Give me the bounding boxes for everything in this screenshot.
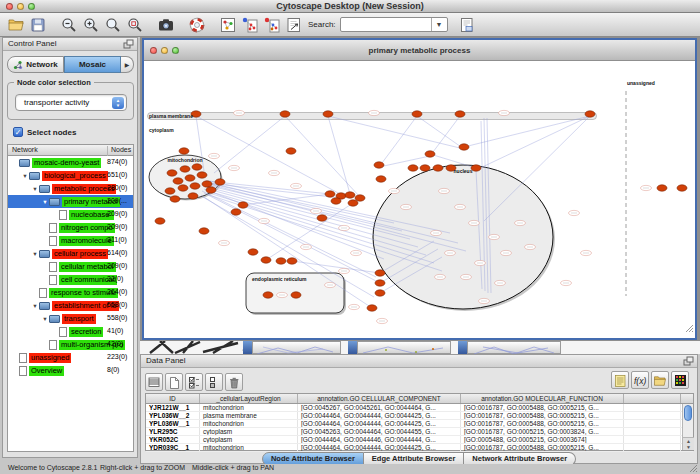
network-node[interactable] (657, 185, 667, 191)
network-node[interactable] (459, 144, 469, 150)
delete-attribute-icon[interactable] (225, 373, 243, 391)
disclosure-arrow-icon[interactable]: ▼ (41, 316, 49, 322)
background-window-fragment[interactable] (243, 341, 252, 354)
network-node[interactable] (202, 181, 212, 187)
scrollbar-thumb[interactable] (684, 405, 692, 421)
network-node[interactable] (185, 175, 195, 181)
network-node[interactable] (325, 191, 335, 197)
network-node[interactable] (677, 185, 687, 191)
network-node[interactable] (286, 148, 296, 154)
background-window-fragment[interactable] (458, 341, 467, 354)
network-node[interactable] (317, 215, 327, 221)
background-window-fragment[interactable] (252, 341, 341, 354)
network-edge[interactable] (476, 116, 590, 170)
network-node[interactable] (433, 165, 443, 171)
app-resize-grip[interactable] (689, 464, 698, 474)
network-node[interactable] (471, 165, 481, 171)
zoom-selected-icon[interactable] (125, 15, 145, 35)
zoom-out-icon[interactable] (59, 15, 79, 35)
tree-row-nitrogen-compo[interactable]: nitrogen compo209(0) (8, 221, 133, 234)
network-node[interactable] (231, 209, 241, 215)
scrollbar-arrows-icon[interactable]: ▲▼ (683, 437, 694, 450)
tree-col-network[interactable]: Network (12, 146, 38, 153)
tree-row-multi-organism-pro[interactable]: multi-organism pro42(0) (8, 338, 133, 351)
network-node[interactable] (190, 183, 200, 189)
network-node[interactable] (248, 249, 258, 255)
attribute-checklist-icon[interactable] (185, 373, 203, 391)
column-header-annotation[interactable]: annotation.GO CELLULAR_COMPONENT (298, 394, 461, 403)
network-node[interactable] (348, 200, 358, 206)
zoom-in-icon[interactable] (81, 15, 101, 35)
network-edge[interactable] (206, 185, 402, 231)
import-attributes-icon[interactable] (651, 371, 669, 389)
table-scrollbar[interactable]: ▲▼ (682, 404, 693, 450)
help-icon[interactable] (187, 15, 207, 35)
function-builder-icon[interactable]: f(x) (631, 371, 649, 389)
network-node[interactable] (455, 111, 465, 117)
tree-row-cellular-process[interactable]: ▼cellular process614(0) (8, 247, 133, 260)
snapshot-icon[interactable] (156, 15, 176, 35)
network-image-icon[interactable] (218, 15, 238, 35)
column-header-id[interactable]: ID (146, 394, 200, 403)
tree-row-primary-metabol[interactable]: ▼primary metabol209(... (8, 195, 133, 208)
tree-row-overview[interactable]: Overview8(0) (8, 364, 133, 377)
network-node[interactable] (167, 170, 177, 176)
network-node[interactable] (331, 198, 341, 204)
network-view-titlebar[interactable]: primary metabolic process (144, 40, 695, 61)
vizmapper-icon[interactable] (284, 15, 304, 35)
network-node[interactable] (165, 188, 175, 194)
network-edge[interactable] (214, 116, 285, 173)
more-tabs-arrow-icon[interactable]: ▶ (121, 56, 134, 73)
network-node[interactable] (179, 148, 189, 154)
notes-icon[interactable] (611, 371, 629, 389)
network-node[interactable] (173, 178, 183, 184)
node-color-combo[interactable]: transporter activity ▲▼ (15, 94, 127, 111)
network-node[interactable] (375, 290, 385, 296)
network-node[interactable] (287, 258, 297, 264)
table-row[interactable]: YJR121W__1mitochondrion[GO:0045267, GO:0… (146, 404, 693, 412)
table-row[interactable]: YDR039C__1mitochondrion[GO:0044464, GO:0… (146, 444, 693, 452)
network-node[interactable] (376, 176, 386, 182)
annotation-icon[interactable] (457, 15, 477, 35)
float-panel-icon[interactable] (123, 39, 134, 52)
network-edge[interactable] (417, 116, 464, 149)
disclosure-arrow-icon[interactable]: ▼ (31, 251, 39, 257)
network-node[interactable] (367, 305, 377, 311)
network-node[interactable] (263, 292, 273, 298)
network-node[interactable] (323, 111, 333, 117)
network-node[interactable] (199, 228, 209, 234)
network-node[interactable] (155, 218, 165, 224)
tree-row-establishment-of-lo[interactable]: ▼establishment of lo558(0) (8, 299, 133, 312)
search-input[interactable] (341, 18, 429, 31)
network-node[interactable] (345, 192, 355, 198)
tree-col-nodes[interactable]: Nodes (107, 146, 131, 156)
zoom-fit-icon[interactable] (103, 15, 123, 35)
tree-row-cellular-metabol[interactable]: cellular metabol209(0) (8, 260, 133, 273)
tree-row-biological-process[interactable]: ▼biological_process651(0) (8, 169, 133, 182)
background-window-fragment[interactable] (467, 341, 561, 354)
tab-mosaic[interactable]: Mosaic (64, 56, 121, 73)
network-edge[interactable] (430, 116, 460, 156)
disclosure-arrow-icon[interactable]: ▼ (31, 186, 39, 192)
combo-stepper-icon[interactable]: ▲▼ (112, 97, 124, 109)
table-row[interactable]: YPL036W__2plasma membrane[GO:0044464, GO… (146, 412, 693, 420)
search-dropdown-icon[interactable]: ▼ (431, 18, 447, 31)
table-row[interactable]: YLR295Ccytoplasm[GO:0045263, GO:0044464,… (146, 428, 693, 436)
network-node[interactable] (178, 185, 188, 191)
network-node[interactable] (280, 111, 290, 117)
network-node[interactable] (355, 195, 365, 201)
column-header--cellularlayoutregion[interactable]: _cellularLayoutRegion (200, 394, 298, 403)
network-node[interactable] (188, 193, 198, 199)
network-node[interactable] (261, 257, 271, 263)
tree-row-cell-communicat[interactable]: cell communicat22(0) (8, 273, 133, 286)
disclosure-arrow-icon[interactable]: ▼ (21, 173, 29, 179)
matrix-icon[interactable] (671, 371, 689, 389)
tree-row-mosaic-demo-yeast[interactable]: mosaic-demo-yeast874(0) (8, 156, 133, 169)
network-canvas[interactable]: plasma membrane cytoplasm mitochondrion … (144, 61, 695, 338)
open-session-icon[interactable] (6, 15, 26, 35)
disclosure-arrow-icon[interactable]: ▼ (31, 303, 39, 309)
network-node[interactable] (215, 179, 225, 185)
network-edge[interactable] (292, 261, 380, 273)
float-panel-icon[interactable] (683, 356, 694, 369)
network-node[interactable] (412, 111, 422, 117)
